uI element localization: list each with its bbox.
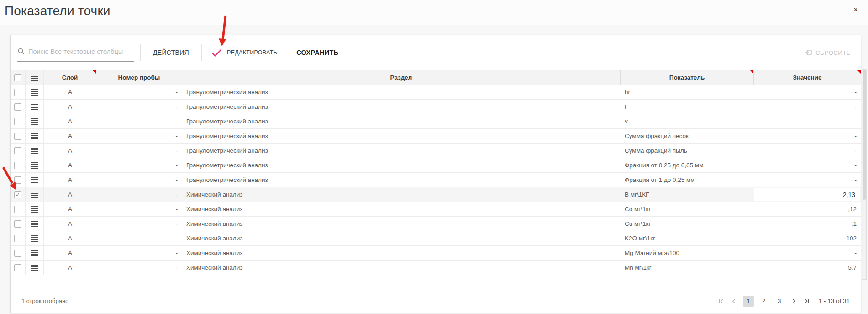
row-checkbox[interactable] bbox=[14, 220, 21, 228]
table-row[interactable]: А-Гранулометрический анализФракция от 0,… bbox=[11, 158, 861, 173]
cell-layer: А bbox=[44, 158, 96, 172]
page-number-1[interactable]: 1 bbox=[743, 296, 754, 307]
next-page-button[interactable] bbox=[791, 298, 797, 304]
cell-layer: А bbox=[44, 114, 96, 128]
table-row[interactable]: А-Химический анализK2O мг\1кг102 bbox=[11, 231, 861, 246]
header-select-all[interactable] bbox=[11, 70, 26, 85]
table-row[interactable]: А-Химический анализMg Магний мгэ\100- bbox=[11, 246, 861, 261]
row-menu-icon[interactable] bbox=[31, 89, 38, 96]
row-select-cell bbox=[11, 100, 26, 114]
cell-value: - bbox=[754, 173, 861, 187]
cell-sample: - bbox=[96, 187, 182, 202]
cell-indicator: hr bbox=[621, 85, 754, 99]
table-empty-space bbox=[11, 275, 861, 289]
row-checkbox[interactable] bbox=[14, 89, 21, 96]
value-edit-text: 2,13 bbox=[843, 191, 855, 198]
cell-layer: А bbox=[44, 100, 96, 114]
cell-section: Химический анализ bbox=[182, 246, 621, 260]
row-checkbox-checked[interactable]: ✓ bbox=[14, 191, 21, 198]
column-header-layer[interactable]: Слой bbox=[44, 70, 96, 85]
table-row[interactable]: А-Гранулометрический анализСумма фракций… bbox=[11, 129, 861, 144]
row-select-cell bbox=[11, 202, 26, 216]
table-row[interactable]: А-Гранулометрический анализФракция от 1 … bbox=[11, 173, 861, 187]
row-select-cell bbox=[11, 144, 26, 158]
page-number-3[interactable]: 3 bbox=[774, 296, 785, 307]
row-menu-icon[interactable] bbox=[31, 177, 38, 183]
row-checkbox[interactable] bbox=[14, 250, 21, 257]
cell-indicator: K2O мг\1кг bbox=[621, 231, 754, 245]
row-menu-icon[interactable] bbox=[31, 148, 38, 154]
prev-page-button[interactable] bbox=[731, 298, 737, 304]
row-checkbox[interactable] bbox=[14, 118, 21, 125]
cell-layer: А bbox=[44, 246, 96, 260]
cell-sample: - bbox=[96, 173, 182, 187]
table-row[interactable]: А-Гранулометрический анализСумма фракций… bbox=[11, 144, 861, 158]
cell-sample: - bbox=[96, 246, 182, 260]
row-menu-icon[interactable] bbox=[31, 235, 38, 242]
table-row[interactable]: А-Гранулометрический анализv- bbox=[11, 114, 861, 129]
cell-section: Гранулометрический анализ bbox=[182, 114, 621, 128]
column-header-sample-label: Номер пробы bbox=[118, 74, 160, 81]
row-checkbox[interactable] bbox=[14, 235, 21, 242]
first-page-button[interactable] bbox=[718, 298, 725, 304]
cell-value: - bbox=[754, 246, 861, 260]
row-menu-icon[interactable] bbox=[31, 162, 38, 169]
header-row-menu[interactable] bbox=[26, 70, 44, 85]
status-bar: 1 строк отобрано 123 1 - 13 of 31 bbox=[11, 289, 861, 313]
row-select-cell: ✓ bbox=[11, 187, 26, 202]
row-menu-cell bbox=[26, 114, 44, 128]
table-row[interactable]: А-Гранулометрический анализt- bbox=[11, 100, 861, 114]
last-page-button[interactable] bbox=[803, 298, 810, 304]
row-menu-icon[interactable] bbox=[31, 118, 38, 125]
row-checkbox[interactable] bbox=[14, 133, 21, 140]
table-row[interactable]: ✓А-Химический анализВ мг\1КГ2,13 bbox=[11, 187, 861, 202]
column-header-indicator[interactable]: Показатель bbox=[621, 70, 754, 85]
cell-sample: - bbox=[96, 158, 182, 172]
table-row[interactable]: А-Химический анализCu мг\1кг,1 bbox=[11, 217, 861, 231]
toolbar-separator bbox=[201, 44, 202, 61]
cell-value: - bbox=[754, 114, 861, 128]
actions-button[interactable]: ДЕЙСТВИЯ bbox=[147, 45, 195, 60]
cell-value: - bbox=[754, 100, 861, 114]
edit-button[interactable]: РЕДАКТИРОВАТЬ bbox=[208, 49, 281, 57]
value-edit-input[interactable]: 2,13 bbox=[754, 188, 860, 201]
row-checkbox[interactable] bbox=[14, 176, 21, 184]
edit-button-label: РЕДАКТИРОВАТЬ bbox=[227, 49, 277, 56]
row-menu-icon[interactable] bbox=[31, 192, 38, 198]
table-row[interactable]: А-Химический анализMn мг\1кг5,7 bbox=[11, 261, 861, 275]
search-input[interactable] bbox=[28, 48, 134, 55]
row-menu-icon[interactable] bbox=[31, 133, 38, 139]
row-menu-icon[interactable] bbox=[31, 221, 38, 227]
save-button[interactable]: СОХРАНИТЬ bbox=[290, 45, 345, 60]
column-header-value[interactable]: Значение bbox=[754, 70, 861, 85]
row-checkbox[interactable] bbox=[14, 264, 21, 271]
search-box[interactable] bbox=[17, 43, 134, 62]
column-header-section[interactable]: Раздел bbox=[182, 70, 621, 85]
column-header-sample[interactable]: Номер пробы bbox=[96, 70, 182, 85]
row-select-cell bbox=[11, 129, 26, 143]
cell-layer: А bbox=[44, 85, 96, 99]
table-row[interactable]: А-Гранулометрический анализhr- bbox=[11, 85, 861, 100]
scrollbar-thumb[interactable] bbox=[863, 69, 866, 200]
row-menu-icon[interactable] bbox=[31, 206, 38, 213]
cell-layer: А bbox=[44, 202, 96, 216]
page-number-2[interactable]: 2 bbox=[758, 296, 769, 307]
row-menu-cell bbox=[26, 144, 44, 158]
select-all-checkbox[interactable] bbox=[14, 74, 21, 81]
row-checkbox[interactable] bbox=[14, 206, 21, 213]
table-row[interactable]: А-Химический анализCo мг\1кг,12 bbox=[11, 202, 861, 217]
close-icon[interactable]: × bbox=[850, 4, 862, 16]
reset-button[interactable]: СБРОСИТЬ bbox=[805, 49, 851, 56]
row-checkbox[interactable] bbox=[14, 147, 21, 154]
cell-layer: А bbox=[44, 129, 96, 143]
row-menu-icon[interactable] bbox=[31, 265, 38, 271]
vertical-scrollbar[interactable] bbox=[862, 69, 867, 280]
pagination-range: 1 - 13 of 31 bbox=[819, 298, 850, 304]
row-menu-icon[interactable] bbox=[31, 104, 38, 110]
row-checkbox[interactable] bbox=[14, 103, 21, 111]
row-menu-icon bbox=[31, 75, 38, 81]
row-menu-icon[interactable] bbox=[31, 250, 38, 256]
row-checkbox[interactable] bbox=[14, 162, 21, 169]
row-menu-cell bbox=[26, 173, 44, 187]
row-select-cell bbox=[11, 114, 26, 128]
